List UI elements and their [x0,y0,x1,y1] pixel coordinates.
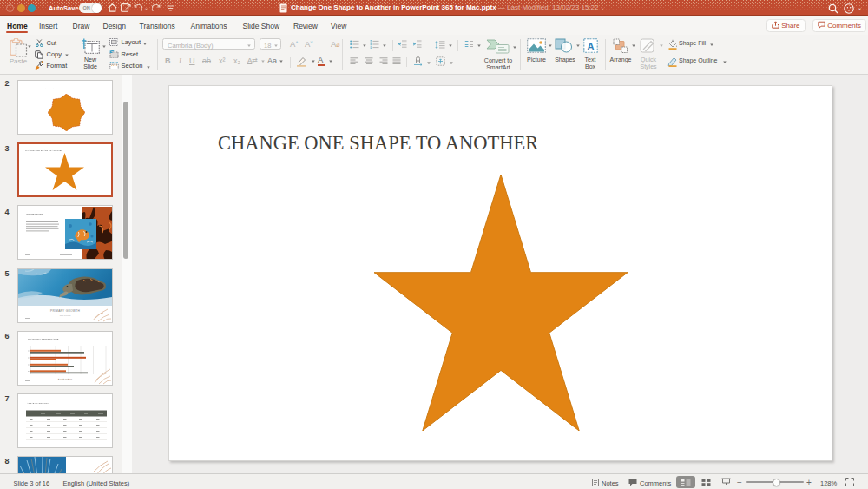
svg-text:A: A [588,41,595,51]
